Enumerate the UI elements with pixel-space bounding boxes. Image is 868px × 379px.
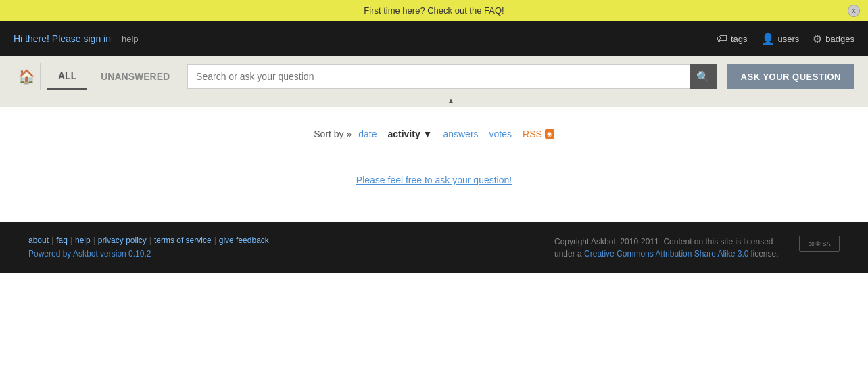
- help-link[interactable]: help: [122, 34, 139, 44]
- tags-nav-item[interactable]: 🏷 tags: [717, 32, 748, 45]
- home-icon: 🏠: [18, 68, 35, 85]
- footer-link-faq[interactable]: faq: [56, 236, 68, 245]
- license-link[interactable]: Creative Commons Attribution Share Alike…: [584, 249, 748, 259]
- search-input[interactable]: [187, 64, 690, 89]
- footer-links: about | faq | help | privacy policy | te…: [28, 236, 269, 245]
- badges-icon: ⚙: [813, 32, 822, 45]
- empty-message[interactable]: Please feel free to ask your question!: [356, 175, 512, 185]
- footer-link-help[interactable]: help: [75, 236, 91, 245]
- rss-link[interactable]: RSS ◉: [523, 129, 554, 139]
- cc-badge: cc ① SA: [799, 236, 840, 252]
- tab-unanswered[interactable]: UNANSWERED: [90, 64, 180, 89]
- sort-bar: Sort by » date activity ▼ answers votes …: [14, 120, 854, 148]
- footer-sep-3: |: [93, 236, 95, 245]
- footer-left: about | faq | help | privacy policy | te…: [28, 236, 269, 259]
- nav-bar: Hi there! Please sign in help 🏷 tags 👤 u…: [0, 21, 868, 56]
- tab-all[interactable]: ALL: [47, 64, 87, 90]
- footer-powered: Powered by Askbot version 0.10.2: [28, 249, 269, 259]
- footer-link-feedback[interactable]: give feedback: [219, 236, 269, 245]
- footer-link-privacy[interactable]: privacy policy: [98, 236, 147, 245]
- tags-label: tags: [731, 34, 748, 44]
- sort-votes[interactable]: votes: [485, 127, 516, 141]
- home-button[interactable]: 🏠: [14, 63, 41, 90]
- sort-arrow: ▲: [448, 97, 454, 104]
- close-announcement-button[interactable]: x: [848, 5, 860, 17]
- rss-label: RSS: [523, 129, 542, 139]
- footer-link-about[interactable]: about: [28, 236, 49, 245]
- content-area: Sort by » date activity ▼ answers votes …: [0, 107, 868, 208]
- search-bar: 🏠 ALL UNANSWERED 🔍 ASK YOUR QUESTION: [0, 56, 868, 97]
- rss-icon: ◉: [545, 129, 554, 139]
- users-label: users: [778, 34, 800, 44]
- footer-sep-4: |: [149, 236, 151, 245]
- sort-activity[interactable]: activity ▼: [383, 127, 436, 141]
- footer: about | faq | help | privacy policy | te…: [0, 222, 868, 273]
- users-icon: 👤: [761, 32, 775, 45]
- sign-in-link[interactable]: Hi there! Please sign in: [14, 33, 111, 44]
- nav-right: 🏷 tags 👤 users ⚙ badges: [717, 32, 854, 45]
- footer-copyright: Copyright Askbot, 2010-2011. Content on …: [554, 236, 791, 260]
- footer-inner: about | faq | help | privacy policy | te…: [28, 236, 840, 260]
- footer-link-terms[interactable]: terms of service: [154, 236, 212, 245]
- footer-sep-5: |: [214, 236, 216, 245]
- sort-by-label: Sort by »: [314, 129, 352, 139]
- badges-nav-item[interactable]: ⚙ badges: [813, 32, 854, 45]
- nav-left: Hi there! Please sign in help: [14, 33, 139, 44]
- footer-sep-2: |: [70, 236, 72, 245]
- tags-icon: 🏷: [717, 32, 727, 45]
- sort-answers[interactable]: answers: [439, 127, 482, 141]
- sort-date[interactable]: date: [354, 127, 381, 141]
- badges-label: badges: [825, 34, 854, 44]
- search-icon: 🔍: [696, 70, 710, 83]
- users-nav-item[interactable]: 👤 users: [761, 32, 800, 45]
- search-button[interactable]: 🔍: [690, 64, 717, 89]
- announcement-bar: First time here? Check out the FAQ! x: [0, 0, 868, 21]
- announcement-text: First time here? Check out the FAQ!: [364, 5, 504, 16]
- footer-right: Copyright Askbot, 2010-2011. Content on …: [554, 236, 840, 260]
- ask-question-button[interactable]: ASK YOUR QUESTION: [727, 64, 854, 89]
- footer-sep-1: |: [51, 236, 53, 245]
